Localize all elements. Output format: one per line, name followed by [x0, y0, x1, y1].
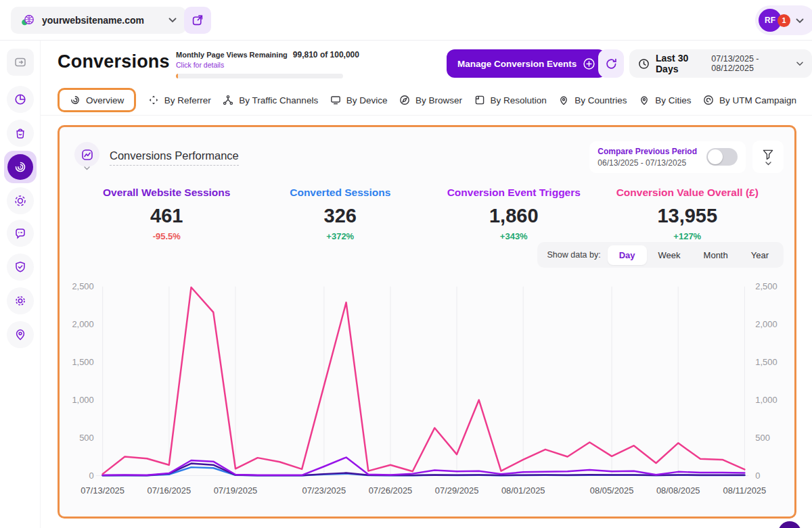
svg-text:08/08/2025: 08/08/2025 — [656, 485, 700, 496]
pageviews-progressbar — [176, 74, 343, 78]
sidebar-item-settings[interactable] — [7, 287, 34, 314]
website-selector[interactable]: yourwebsitename.com — [11, 7, 186, 34]
refresh-button[interactable] — [598, 49, 624, 78]
svg-text:500: 500 — [79, 433, 94, 443]
tab-by-countries[interactable]: By Countries — [558, 89, 627, 111]
website-name: yourwebsitename.com — [42, 15, 144, 26]
plus-circle-icon — [583, 57, 595, 70]
tab-label: Overview — [86, 95, 124, 105]
pageviews-count: 99,810 of 100,000 — [293, 50, 359, 59]
chevron-down-icon — [168, 18, 177, 23]
svg-text:0: 0 — [755, 471, 760, 481]
open-website-button[interactable] — [184, 7, 211, 34]
notification-badge: 1 — [777, 14, 790, 27]
svg-text:07/19/2025: 07/19/2025 — [214, 485, 258, 496]
shopping-bag-icon — [14, 126, 27, 140]
clock-icon — [638, 58, 650, 70]
metric-delta: -95.5% — [80, 231, 254, 241]
refresh-icon — [605, 57, 618, 70]
svg-text:500: 500 — [755, 433, 770, 443]
page-title: Conversions — [58, 51, 170, 72]
camera-lens-icon — [14, 194, 27, 208]
svg-text:07/23/2025: 07/23/2025 — [302, 485, 346, 496]
tab-by-referrer[interactable]: By Referrer — [148, 89, 211, 111]
period-week-button[interactable]: Week — [647, 245, 692, 265]
metric-conversion-event-triggers: Conversion Event Triggers 1,860 +343% — [427, 187, 601, 241]
tab-label: By UTM Campaign — [719, 95, 796, 105]
svg-text:2,000: 2,000 — [755, 319, 777, 329]
sidebar-item-visitor-location[interactable] — [7, 321, 34, 348]
sidebar-item-session-recordings[interactable] — [7, 187, 34, 214]
chart-type-button[interactable] — [74, 142, 100, 173]
metric-converted-sessions: Converted Sessions 326 +372% — [254, 187, 428, 241]
period-year-button[interactable]: Year — [740, 245, 780, 265]
date-range-dates: 07/13/2025 - 08/12/2025 — [711, 54, 790, 73]
svg-text:0: 0 — [89, 471, 94, 481]
traffic-channels-icon — [223, 95, 233, 105]
chevron-down-icon — [765, 162, 771, 166]
filter-button[interactable] — [752, 141, 784, 173]
pageviews-details-link[interactable]: Click for details — [176, 61, 345, 69]
tab-label: By Cities — [655, 95, 691, 105]
pageviews-label: Monthly Page Views Remaining — [176, 51, 288, 59]
topbar: yourwebsitename.com RF 1 — [0, 0, 812, 41]
tab-overview[interactable]: Overview — [58, 88, 136, 112]
period-month-button[interactable]: Month — [692, 245, 740, 265]
pageviews-quota: Monthly Page Views Remaining 99,810 of 1… — [176, 50, 345, 78]
date-range-label: Last 30 Days — [656, 53, 705, 74]
chevron-down-icon — [796, 14, 804, 26]
metric-delta: +343% — [427, 231, 601, 241]
svg-text:2,500: 2,500 — [72, 281, 93, 291]
manage-conversion-events-button[interactable]: Manage Conversion Events — [447, 49, 606, 78]
chevron-down-icon — [84, 161, 90, 173]
metric-label: Overall Website Sessions — [80, 187, 254, 199]
sidebar-item-feedback[interactable] — [7, 220, 34, 247]
svg-text:1,500: 1,500 — [755, 357, 777, 367]
metric-conversion-value-overall: Conversion Value Overall (£) 13,955 +127… — [601, 187, 775, 241]
metric-overall-website-sessions: Overall Website Sessions 461 -95.5% — [80, 187, 254, 241]
map-pin-icon — [558, 95, 569, 105]
chat-bubble-icon — [14, 226, 27, 240]
help-bubble[interactable] — [778, 521, 801, 528]
sidebar-item-privacy[interactable] — [7, 254, 34, 281]
tab-label: By Traffic Channels — [239, 95, 318, 105]
overview-icon — [70, 95, 81, 105]
funnel-icon — [761, 149, 775, 161]
tab-by-device[interactable]: By Device — [330, 89, 388, 111]
tab-label: By Referrer — [164, 95, 211, 105]
compare-label: Compare Previous Period — [597, 147, 697, 156]
sidebar-item-panel-toggle[interactable] — [7, 49, 34, 76]
metric-delta: +372% — [254, 231, 428, 241]
metric-label: Conversion Event Triggers — [427, 187, 601, 199]
svg-text:07/26/2025: 07/26/2025 — [369, 485, 413, 496]
svg-text:08/05/2025: 08/05/2025 — [590, 485, 634, 496]
tab-by-browser[interactable]: By Browser — [399, 89, 462, 111]
svg-text:2,500: 2,500 — [755, 281, 777, 291]
tab-by-traffic-channels[interactable]: By Traffic Channels — [223, 89, 318, 111]
date-range-selector[interactable]: Last 30 Days 07/13/2025 - 08/12/2025 — [629, 49, 812, 78]
utm-campaign-icon — [703, 95, 714, 105]
panel-toggle-icon — [14, 55, 27, 69]
account-menu[interactable]: RF 1 — [755, 5, 812, 35]
sidebar-item-ecommerce[interactable] — [7, 120, 34, 147]
sidebar — [0, 41, 41, 528]
compare-toggle[interactable] — [706, 148, 738, 166]
globe-icon — [20, 14, 35, 27]
resolution-icon — [474, 95, 485, 105]
metric-label: Converted Sessions — [254, 187, 428, 199]
tab-by-cities[interactable]: By Cities — [639, 89, 691, 111]
sidebar-item-conversions[interactable] — [4, 151, 37, 183]
period-day-button[interactable]: Day — [608, 245, 647, 265]
report-tabs: Overview By Referrer By Traffic Channels… — [58, 85, 796, 115]
svg-text:07/29/2025: 07/29/2025 — [435, 485, 479, 496]
chevron-down-icon — [796, 62, 803, 66]
metric-value: 461 — [80, 205, 254, 227]
shield-check-icon — [14, 260, 27, 274]
svg-text:08/01/2025: 08/01/2025 — [501, 485, 545, 496]
tab-by-utm-campaign[interactable]: By UTM Campaign — [703, 89, 796, 111]
sidebar-item-dashboard[interactable] — [7, 86, 34, 113]
tab-by-resolution[interactable]: By Resolution — [474, 89, 547, 111]
compare-range: 06/13/2025 - 07/13/2025 — [597, 158, 697, 168]
metric-value: 326 — [254, 205, 428, 227]
svg-text:08/11/2025: 08/11/2025 — [723, 485, 767, 496]
